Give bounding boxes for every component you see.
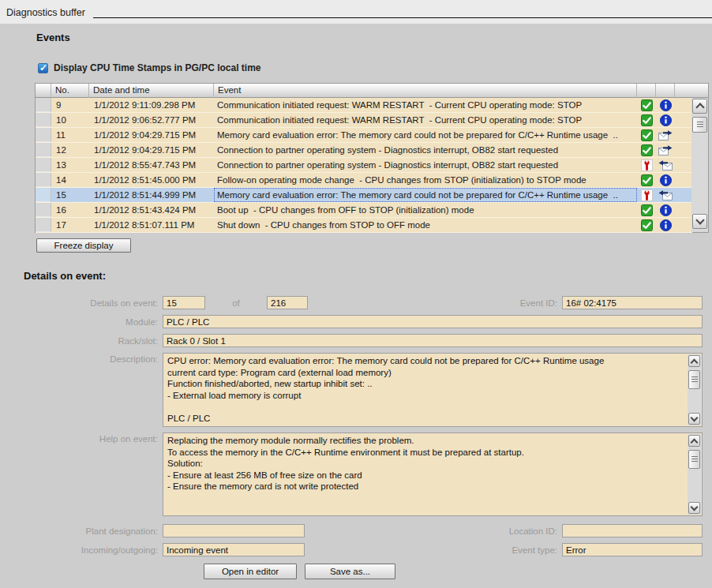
event-row[interactable]: 171/1/2012 8:51:07.111 PMShut down - CPU… (36, 218, 692, 233)
green-check-icon (637, 98, 656, 112)
pane-titlebar: Diagnostics buffer (0, 0, 712, 24)
event-datetime: 1/1/2012 8:51:07.111 PM (89, 218, 214, 232)
event-number-field[interactable] (163, 296, 205, 309)
event-number-label: Details on event: (36, 298, 163, 308)
cpu-timestamps-checkbox[interactable] (38, 63, 48, 73)
red-wrench-icon (637, 188, 656, 202)
incoming-event-icon (656, 158, 675, 172)
event-no: 14 (51, 173, 89, 187)
event-no: 17 (51, 218, 89, 232)
row-selector[interactable] (36, 188, 51, 202)
event-id-label: Event ID: (475, 298, 562, 308)
event-no: 13 (51, 158, 89, 172)
help-textbox[interactable]: Replacing the memory module normally rec… (163, 433, 703, 516)
event-no: 10 (51, 113, 89, 127)
help-label: Help on event: (36, 433, 163, 444)
event-datetime: 1/1/2012 9:06:52.777 PM (89, 113, 214, 127)
event-datetime: 1/1/2012 9:04:29.715 PM (89, 128, 214, 142)
header-status (637, 84, 656, 98)
scroll-up-button[interactable] (688, 435, 700, 447)
row-selector[interactable] (36, 113, 51, 127)
row-selector[interactable] (36, 158, 51, 172)
spare-cell (675, 98, 692, 112)
header-datetime: Date and time (89, 84, 214, 98)
row-selector[interactable] (36, 173, 51, 187)
cpu-timestamps-label: Display CPU Time Stamps in PG/PC local t… (54, 62, 261, 73)
timestamp-checkbox-row: Display CPU Time Stamps in PG/PC local t… (38, 62, 712, 73)
green-check-icon (637, 113, 656, 127)
header-gutter (36, 84, 51, 98)
event-total-field[interactable] (267, 296, 308, 309)
row-selector[interactable] (36, 203, 51, 217)
scroll-thumb[interactable] (692, 117, 707, 133)
event-id-field[interactable] (562, 296, 703, 309)
spare-cell (675, 218, 692, 232)
green-check-icon (637, 128, 656, 142)
event-text: Memory card evaluation error: The memory… (214, 188, 637, 202)
event-text: Boot up - CPU changes from OFF to STOP (… (214, 203, 637, 217)
header-event: Event (214, 84, 637, 98)
details-heading: Details on event: (24, 270, 712, 282)
help-text: Replacing the memory module normally rec… (167, 435, 684, 492)
event-row[interactable]: 161/1/2012 8:51:43.424 PMBoot up - CPU c… (36, 203, 692, 218)
plant-designation-field[interactable] (163, 524, 305, 537)
module-field[interactable] (163, 315, 703, 328)
event-row[interactable]: 131/1/2012 8:55:47.743 PMConnection to p… (36, 158, 692, 173)
scroll-down-button[interactable] (688, 413, 700, 425)
description-scrollbar[interactable] (688, 354, 701, 425)
row-selector[interactable] (36, 128, 51, 142)
event-text: Shut down - CPU changes from STOP to OFF… (214, 218, 637, 232)
help-scrollbar[interactable] (688, 434, 701, 515)
info-icon (656, 173, 675, 187)
events-heading: Events (36, 32, 712, 43)
scroll-up-button[interactable] (692, 99, 707, 114)
row-selector[interactable] (36, 98, 51, 112)
event-type-field[interactable] (562, 543, 703, 556)
help-row: Help on event: Replacing the memory modu… (36, 433, 703, 516)
event-row[interactable]: 101/1/2012 9:06:52.777 PMCommunication i… (36, 113, 692, 128)
description-text: CPU error: Memory card evaluation error:… (167, 355, 684, 424)
scroll-up-button[interactable] (688, 355, 700, 367)
row-selector[interactable] (36, 218, 51, 232)
incoming-event-icon (656, 188, 675, 202)
open-in-editor-button[interactable]: Open in editor (204, 564, 297, 579)
event-datetime: 1/1/2012 8:51:43.424 PM (89, 203, 214, 217)
scroll-thumb[interactable] (688, 450, 700, 469)
incoming-type-row: Incoming/outgoing: Event type: (36, 543, 703, 556)
incoming-outgoing-label: Incoming/outgoing: (36, 545, 163, 555)
location-id-field[interactable] (562, 524, 703, 537)
scroll-down-button[interactable] (692, 214, 707, 229)
details-form: Details on event: of Event ID: Module: R… (36, 296, 703, 579)
spare-cell (675, 188, 692, 202)
incoming-outgoing-field[interactable] (163, 543, 305, 556)
spare-cell (675, 128, 692, 142)
spare-cell (675, 173, 692, 187)
event-row[interactable]: 121/1/2012 9:04:29.715 PMConnection to p… (36, 143, 692, 158)
event-row[interactable]: 111/1/2012 9:04:29.715 PMMemory card eva… (36, 128, 692, 143)
event-no: 16 (51, 203, 89, 217)
event-no: 9 (51, 98, 89, 112)
description-textbox[interactable]: CPU error: Memory card evaluation error:… (163, 353, 703, 427)
scroll-down-button[interactable] (688, 502, 700, 514)
event-text: Follow-on operating mode change - CPU ch… (214, 173, 637, 187)
event-datetime: 1/1/2012 9:11:09.298 PM (89, 98, 214, 112)
row-selector[interactable] (36, 143, 51, 157)
freeze-display-button[interactable]: Freeze display (36, 238, 131, 253)
save-as-button[interactable]: Save as... (305, 564, 395, 579)
table-scrollbar[interactable] (691, 84, 708, 232)
header-detail (656, 84, 675, 98)
event-row[interactable]: 91/1/2012 9:11:09.298 PMCommunication in… (36, 98, 692, 113)
event-table-header: No. Date and time Event (36, 84, 692, 98)
event-text: Communication initiated request: WARM RE… (214, 113, 637, 127)
rack-slot-field[interactable] (163, 334, 703, 347)
event-row[interactable]: 141/1/2012 8:51:45.000 PMFollow-on opera… (36, 173, 692, 188)
event-datetime: 1/1/2012 8:55:47.743 PM (89, 158, 214, 172)
event-no: 12 (51, 143, 89, 157)
action-buttons: Open in editor Save as... (204, 564, 703, 579)
plant-designation-label: Plant designation: (36, 526, 163, 536)
spare-cell (675, 113, 692, 127)
event-row[interactable]: 151/1/2012 8:51:44.999 PMMemory card eva… (36, 188, 692, 203)
event-text: Connection to partner operating system -… (214, 143, 637, 157)
scroll-thumb[interactable] (688, 370, 700, 389)
event-number-row: Details on event: of Event ID: (36, 296, 703, 309)
